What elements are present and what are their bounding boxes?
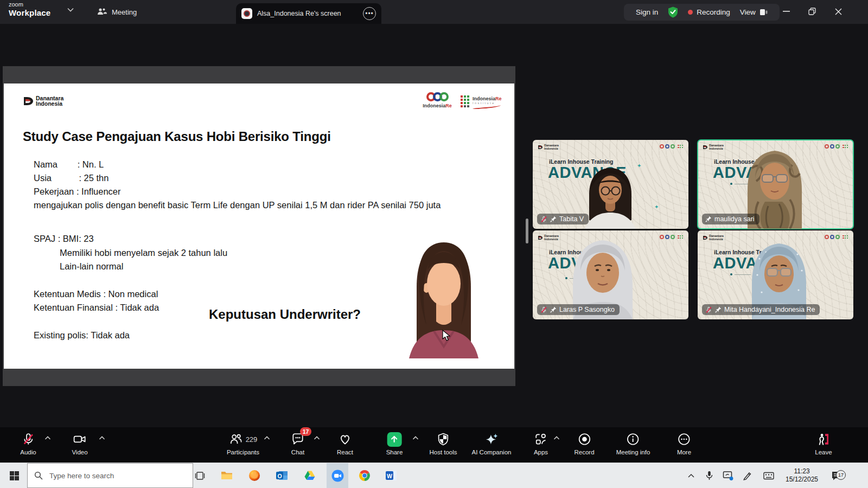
folder-icon: [221, 471, 233, 480]
apps-button[interactable]: Apps: [534, 431, 548, 455]
video-tile-tabita[interactable]: DanantaraIndonesia iLearn Inhouse Traini…: [533, 140, 688, 229]
recording-dot-icon: [688, 10, 693, 15]
heart-icon: [338, 432, 352, 446]
audio-button[interactable]: Audio: [20, 431, 36, 455]
video-tile-maulidya[interactable]: DanantaraIndonesia iLearn Inhouse Traini…: [698, 140, 853, 229]
task-view-icon: [195, 471, 205, 480]
brand-workplace-text: Workplace: [9, 9, 50, 17]
audio-options-chevron[interactable]: [45, 436, 51, 440]
slide-line-medis: Ketentuan Medis : Non medical: [34, 289, 158, 299]
google-drive-taskbar-icon[interactable]: [299, 463, 321, 488]
recording-indicator[interactable]: Recording: [688, 8, 730, 16]
pin-icon: [550, 306, 557, 313]
name-tag-laras: Laras P Sasongko: [537, 304, 620, 315]
video-panel-scrollbar[interactable]: [526, 219, 528, 243]
share-button[interactable]: Share: [386, 431, 403, 455]
tray-microphone-icon[interactable]: [700, 463, 718, 488]
react-button[interactable]: React: [337, 431, 353, 455]
record-button[interactable]: Record: [574, 431, 594, 455]
host-tools-button[interactable]: Host tools: [429, 431, 457, 455]
meeting-status-pill: Sign in Recording View: [624, 4, 780, 21]
tab-options-ellipsis-icon[interactable]: •••: [363, 7, 376, 20]
institute-indonesia-text: Indonesia: [473, 96, 495, 101]
firefox-taskbar-icon[interactable]: [244, 463, 265, 488]
institute-dot-grid-icon: [461, 95, 469, 107]
view-button[interactable]: View: [740, 8, 768, 16]
name-tag-maulidya: maulidya sari: [702, 214, 760, 224]
clock-time: 11:23: [794, 467, 809, 476]
indonesia-re-text: Indonesia: [423, 103, 445, 108]
leave-button[interactable]: Leave: [815, 431, 832, 455]
tab-meeting[interactable]: Meeting: [91, 0, 142, 24]
outlook-taskbar-icon[interactable]: O: [271, 463, 293, 488]
slide-line-spaj: SPAJ : BMI: 23: [34, 234, 94, 244]
windows-logo-icon: [10, 471, 19, 480]
video-tile-laras[interactable]: DanantaraIndonesia iLearn Inhouse Traini…: [533, 230, 688, 319]
file-explorer-taskbar-icon[interactable]: [216, 463, 238, 488]
tray-show-hidden-icons[interactable]: [681, 463, 701, 488]
tile-indonesiare-logo: [825, 144, 848, 149]
tab-shared-screen[interactable]: Alsa_Indonesia Re's screen •••: [236, 3, 381, 24]
ai-companion-button[interactable]: AI Companion: [472, 431, 512, 455]
ellipsis-icon: [677, 432, 691, 446]
slide-line-pekerjaan: Pekerjaan : Influencer: [34, 187, 121, 197]
taskbar-clock[interactable]: 11:23 15/12/2025: [781, 463, 822, 488]
zoom-taskbar-icon[interactable]: [327, 463, 348, 488]
mouse-cursor: [442, 330, 451, 342]
video-button[interactable]: Video: [72, 431, 87, 455]
participants-button[interactable]: 229 Participants: [227, 431, 259, 455]
video-tile-mita[interactable]: DanantaraIndonesia iLearn Inhouse Traini…: [698, 230, 853, 319]
pin-icon: [550, 216, 557, 222]
taskbar-search[interactable]: [27, 463, 193, 488]
video-options-chevron[interactable]: [99, 436, 105, 440]
google-drive-icon: [304, 470, 316, 481]
participant-name: maulidya sari: [714, 215, 755, 223]
share-options-chevron[interactable]: [413, 436, 419, 440]
window-restore-button[interactable]: [803, 3, 821, 20]
chat-button[interactable]: 17 Chat: [291, 431, 305, 455]
participants-options-chevron[interactable]: [264, 436, 270, 440]
security-shield-icon[interactable]: [668, 7, 678, 18]
brand-zoom-text: zoom: [9, 2, 50, 8]
chrome-icon: [359, 470, 371, 481]
institute-swoosh-icon: [473, 104, 501, 110]
participant-name: Tabita V: [559, 215, 584, 223]
sparkle-icon: ✦: [654, 204, 659, 210]
participants-icon: [229, 432, 243, 446]
workspace-chevron-icon[interactable]: [67, 8, 74, 12]
more-button[interactable]: More: [677, 431, 691, 455]
chat-options-chevron[interactable]: [314, 436, 320, 440]
tile-indonesiare-logo: [825, 235, 848, 239]
apps-options-chevron[interactable]: [554, 436, 560, 440]
presentation-slide: Danantara Indonesia IndonesiaRe I: [4, 84, 514, 369]
tray-pen-icon[interactable]: [738, 463, 756, 488]
word-taskbar-icon[interactable]: W: [381, 463, 403, 488]
indonesia-re-logo: IndonesiaRe: [420, 92, 454, 108]
tile-indonesiare-logo: [660, 144, 683, 149]
task-view-button[interactable]: [189, 463, 210, 488]
slide-line-existing: Existing polis: Tidak ada: [34, 330, 130, 341]
info-icon: [626, 432, 640, 446]
tab-shared-screen-label: Alsa_Indonesia Re's screen: [257, 10, 341, 17]
svg-text:O: O: [277, 473, 282, 479]
chrome-taskbar-icon[interactable]: [354, 463, 375, 488]
window-minimize-button[interactable]: [777, 3, 795, 20]
tray-touch-keyboard-icon[interactable]: [758, 463, 779, 488]
search-input[interactable]: [48, 471, 181, 480]
window-close-button[interactable]: [829, 3, 847, 20]
clock-date: 15/12/2025: [786, 476, 818, 484]
notification-count-badge: 17: [836, 470, 846, 480]
meeting-people-icon: [97, 8, 107, 16]
tray-display-icon[interactable]: [718, 463, 738, 488]
firefox-icon: [248, 470, 260, 481]
record-icon: [577, 432, 591, 446]
name-tag-tabita: Tabita V: [537, 214, 589, 224]
zoom-toolbar: Audio Video 229 Participants: [0, 427, 868, 463]
meeting-info-button[interactable]: Meeting info: [616, 431, 650, 455]
leave-door-icon: [816, 432, 831, 446]
sign-in-button[interactable]: Sign in: [636, 8, 658, 16]
notification-center-button[interactable]: 17: [825, 463, 848, 488]
screen-thumbnail-icon: [241, 8, 252, 19]
titlebar: zoom Workplace Meeting Alsa_Indonesia Re…: [0, 0, 868, 24]
start-button[interactable]: [3, 463, 25, 488]
